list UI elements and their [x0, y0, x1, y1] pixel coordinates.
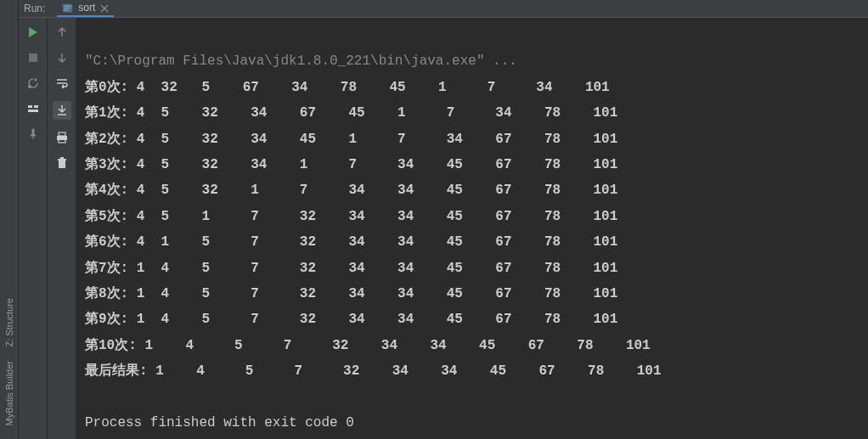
down-arrow-button[interactable]: [54, 50, 70, 65]
svg-point-9: [28, 85, 31, 88]
run-gutter-secondary: [48, 18, 76, 439]
scroll-to-end-button[interactable]: [53, 101, 71, 120]
run-config-icon: [62, 3, 73, 14]
svg-rect-17: [58, 159, 66, 160]
up-arrow-button[interactable]: [54, 25, 70, 40]
svg-rect-7: [29, 53, 37, 62]
left-sidebar: Z: Structure MyBatis Builder: [0, 0, 19, 439]
run-tab-label: sort: [78, 2, 95, 14]
svg-rect-18: [60, 157, 64, 159]
print-button[interactable]: [54, 130, 70, 145]
rerun-button[interactable]: [25, 25, 41, 40]
run-label: Run:: [24, 3, 45, 14]
body-row: "C:\Program Files\Java\jdk1.8.0_221\bin\…: [19, 18, 868, 439]
soft-wrap-button[interactable]: [54, 76, 70, 91]
svg-rect-12: [28, 110, 38, 112]
svg-rect-10: [28, 105, 32, 108]
svg-marker-6: [29, 27, 37, 37]
main-area: Run: sort: [19, 0, 868, 439]
svg-rect-13: [59, 132, 65, 136]
run-gutter-primary: [19, 18, 48, 439]
console-command-line: "C:\Program Files\Java\jdk1.8.0_221\bin\…: [85, 53, 517, 69]
stop-button[interactable]: [25, 50, 41, 65]
layout-button[interactable]: [25, 101, 41, 116]
close-tab-icon[interactable]: [100, 3, 109, 12]
pin-button[interactable]: [25, 127, 41, 142]
console-exit-line: Process finished with exit code 0: [85, 415, 354, 431]
svg-rect-11: [34, 105, 38, 108]
run-tool-header: Run: sort: [19, 0, 868, 18]
trash-button[interactable]: [54, 155, 70, 171]
sidebar-tab-structure[interactable]: Z: Structure: [3, 291, 16, 353]
svg-rect-2: [65, 7, 71, 8]
sidebar-tab-mybatis[interactable]: MyBatis Builder: [3, 354, 16, 432]
svg-rect-1: [65, 5, 71, 7]
svg-rect-3: [65, 9, 69, 11]
debug-restart-button[interactable]: [25, 76, 41, 91]
svg-marker-8: [33, 78, 37, 82]
svg-rect-16: [59, 160, 65, 168]
console-iteration-lines: 第0次: 4 32 5 67 34 78 45 1 7 34 101 第1次: …: [85, 80, 662, 379]
run-tab-sort[interactable]: sort: [57, 0, 114, 17]
console-output[interactable]: "C:\Program Files\Java\jdk1.8.0_221\bin\…: [76, 18, 868, 439]
